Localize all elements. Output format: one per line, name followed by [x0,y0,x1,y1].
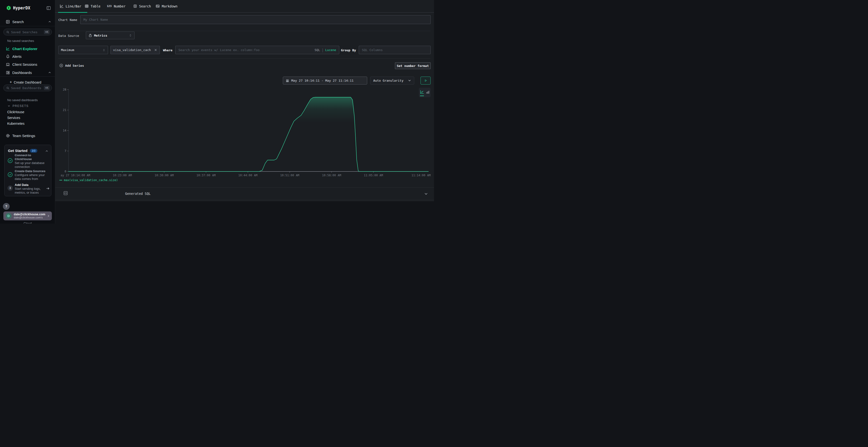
select-chevrons-icon [102,48,105,52]
aggregation-value: Maximum [61,48,74,52]
divider [0,26,55,26]
client-sessions-label: Client Sessions [12,62,37,66]
sidebar-search-label: Search [12,20,24,24]
saved-dashboards-input[interactable]: ⌘K [3,84,52,91]
chevron-up-icon [48,20,51,23]
preset-clickhouse[interactable]: ClickHouse [7,110,24,114]
sidebar-item-team-settings[interactable]: Team Settings [0,132,55,139]
user-team: dale@clickhouse.com's [14,216,47,219]
shortcut-badge: ⌘K [44,30,50,34]
sidebar-section-search[interactable]: Search [0,18,55,25]
svg-text:10:58:00 AM: 10:58:00 AM [322,174,341,177]
presets-toggle[interactable]: PRESETS [0,104,55,108]
date-range-value: May 27 10:14:11 - May 27 11:14:11 [291,79,353,82]
user-card[interactable]: D dale@clickhouse.com dale@clickhouse.co… [3,211,52,220]
svg-text:10:30:00 AM: 10:30:00 AM [155,174,174,177]
lucene-toggle[interactable]: Lucene [325,48,336,52]
add-series-button[interactable]: Add Series [59,64,84,67]
plus-icon: + [10,80,12,84]
user-email: dale@clickhouse.com [14,213,47,216]
search-section-icon [6,20,10,24]
number-123-icon: 123 [107,5,112,8]
saved-searches-input[interactable]: ⌘K [3,29,52,35]
date-range-picker[interactable]: May 27 10:14:11 - May 27 11:14:11 [283,77,367,84]
svg-text:10:23:00 AM: 10:23:00 AM [113,174,132,177]
tab-markdown[interactable]: Markdown [156,0,178,12]
line-bar-tab-icon [60,4,63,8]
saved-searches-field[interactable] [11,30,44,34]
step-number-badge: 3 [7,185,13,191]
chart-legend[interactable]: max(visa_validation_cache.size) [59,178,118,182]
divider [58,59,431,59]
app-title: HyperDX [13,5,30,10]
get-started-item[interactable]: Add Data Start sending logs, metrics, or… [15,183,45,194]
play-icon [424,79,427,82]
avatar: D [5,213,11,219]
item-desc: Set up your database connection [15,161,46,169]
tab-line-bar[interactable]: Line/Bar [60,0,81,12]
granularity-value: Auto Granularity [373,79,403,82]
calendar-icon [286,79,289,82]
chevron-down-icon [408,79,411,82]
generated-sql-label: Generated SQL [125,192,151,196]
search-icon [6,87,9,90]
laptop-icon [6,62,10,66]
where-input[interactable]: SQL | Lucene [175,46,339,54]
svg-text:28: 28 [63,88,66,91]
line-chart[interactable]: 07142128May 27 10:14:00 AM10:23:00 AM10:… [61,86,433,180]
table-tab-icon [85,4,89,8]
sidebar-item-client-sessions[interactable]: Client Sessions [0,61,55,68]
code-icon [63,191,68,195]
generated-sql-row[interactable]: Generated SQL [55,187,434,200]
granularity-select[interactable]: Auto Granularity [370,77,414,84]
saved-dashboards-field[interactable] [11,86,44,90]
create-dashboard-label: Create Dashboard [14,80,41,84]
sidebar-item-dashboards[interactable]: Dashboards [0,69,55,76]
select-chevrons-icon [129,34,132,37]
metric-chip[interactable]: visa_validation_cach [111,46,160,54]
preset-kubernetes[interactable]: Kubernetes [7,122,25,126]
sidebar-item-alerts[interactable]: Alerts [0,53,55,60]
check-circle-icon [7,172,13,177]
search-icon [6,31,9,34]
close-icon[interactable] [154,48,157,51]
tab-search[interactable]: Search [133,0,151,12]
shortcut-badge: ⌘K [44,86,50,90]
hyperdx-logo-icon [6,5,11,10]
chart-explorer-label: Chart Explorer [12,47,37,51]
plus-circle-icon [59,64,63,67]
svg-text:0: 0 [65,170,66,173]
get-started-card: Get Started 2/3 Connect to ClickHouse Se… [4,145,51,196]
query-language-toggle: SQL | Lucene [315,48,336,52]
set-number-format-button[interactable]: Set number format [395,62,431,69]
sql-toggle[interactable]: SQL [315,48,320,52]
get-started-item[interactable]: Create Data Sources Configure where your… [15,169,48,181]
legend-swatch [59,180,62,180]
preset-services[interactable]: Services [7,116,20,120]
item-desc: Start sending logs, metrics, or traces [15,187,45,194]
line-chart-icon [6,47,10,51]
aggregation-select[interactable]: Maximum [58,46,108,54]
sidebar-item-chart-explorer[interactable]: Chart Explorer [0,45,55,52]
data-source-select[interactable]: Metrics [86,32,134,39]
svg-text:21: 21 [63,108,66,112]
tab-table[interactable]: Table [85,0,100,12]
collapse-sidebar-icon[interactable] [46,6,51,10]
legend-label: max(visa_validation_cache.size) [64,178,118,182]
run-query-button[interactable] [421,77,431,84]
where-label: Where [163,48,173,52]
chart-name-input[interactable] [80,15,431,24]
clipped-footer-text: Cloud [0,221,55,224]
tab-number[interactable]: 123 Number [107,0,126,12]
group-by-input[interactable] [359,46,431,54]
tabbar-border [55,12,434,13]
divider [55,200,434,200]
check-circle-icon [7,158,13,163]
item-title: Add Data [15,183,45,187]
database-icon [89,34,92,37]
svg-text:10:51:00 AM: 10:51:00 AM [280,174,299,177]
get-started-title: Get Started [8,148,28,153]
get-started-item[interactable]: Connect to ClickHouse Set up your databa… [15,153,46,169]
chevron-up-icon[interactable] [45,149,49,153]
help-button[interactable]: ? [3,203,10,210]
